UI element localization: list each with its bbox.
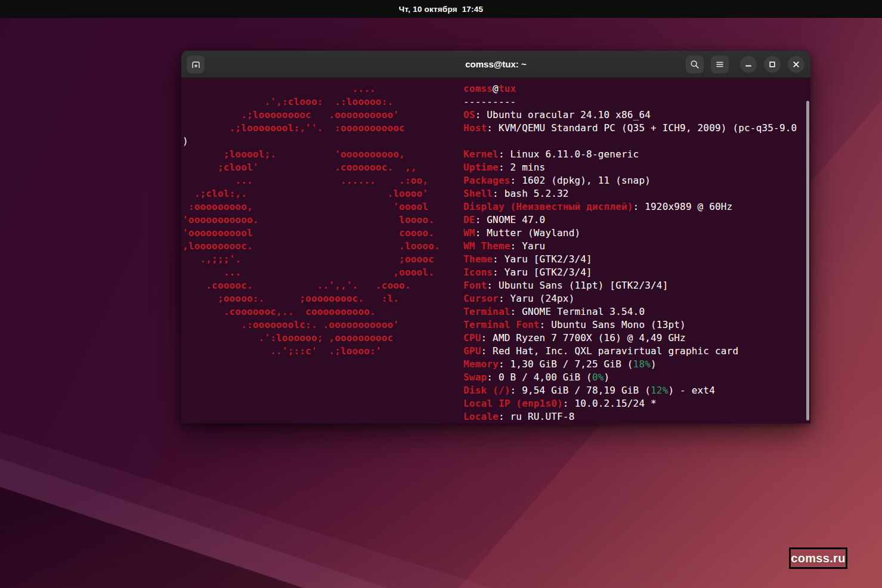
info-line: Terminal: GNOME Terminal 3.54.0 — [463, 305, 797, 318]
titlebar[interactable]: comss@tux: ~ — [181, 51, 810, 78]
info-line: WM: Mutter (Wayland) — [463, 227, 797, 240]
info-line: Host: KVM/QEMU Standard PC (Q35 + ICH9, … — [463, 122, 797, 135]
info-line: Font: Ubuntu Sans (11pt) [GTK2/3/4] — [463, 279, 797, 292]
host-line-wrap: ) — [182, 135, 188, 148]
info-line: Kernel: Linux 6.11.0-8-generic — [463, 148, 797, 161]
new-tab-icon — [191, 60, 201, 70]
terminal-body[interactable]: .... .',:clooo: .:looooo:. .;looooooooc … — [181, 78, 810, 423]
info-line: DE: GNOME 47.0 — [463, 213, 797, 227]
new-tab-button[interactable] — [187, 55, 205, 73]
menu-button[interactable] — [711, 55, 729, 73]
info-line: Uptime: 2 mins — [463, 161, 797, 174]
info-line: Locale: ru RU.UTF-8 — [463, 410, 797, 423]
top-bar: Чт, 10 октября 17:45 — [0, 0, 882, 18]
info-line: comss@tux — [463, 82, 797, 95]
info-line: CPU: AMD Ryzen 7 7700X (16) @ 4,49 GHz — [463, 332, 797, 345]
info-line: Shell: bash 5.2.32 — [463, 187, 797, 200]
close-icon — [792, 60, 800, 69]
watermark-badge: comss.ru — [789, 547, 847, 569]
scrollbar-thumb[interactable] — [806, 101, 809, 420]
minimize-icon — [744, 60, 753, 69]
info-line: Display (Неизвестный дисплей): 1920x989 … — [463, 200, 797, 213]
info-line: Disk (/): 9,54 GiB / 78,19 GiB (12%) - e… — [463, 384, 797, 397]
info-line: OS: Ubuntu oracular 24.10 x86_64 — [463, 109, 797, 122]
info-line: Packages: 1602 (dpkg), 11 (snap) — [463, 174, 797, 187]
info-line — [463, 135, 797, 148]
info-line: WM Theme: Yaru — [463, 240, 797, 253]
clock-date-button[interactable]: Чт, 10 октября 17:45 — [399, 5, 483, 14]
info-line: GPU: Red Hat, Inc. QXL paravirtual graph… — [463, 345, 797, 358]
info-line: Local IP (enp1s0): 10.0.2.15/24 * — [463, 397, 797, 410]
search-button[interactable] — [686, 55, 704, 73]
info-line: Swap: 0 B / 4,00 GiB (0%) — [463, 371, 797, 384]
info-line: Memory: 1,30 GiB / 7,25 GiB (18%) — [463, 358, 797, 371]
info-line: Icons: Yaru [GTK2/3/4] — [463, 266, 797, 279]
info-line: Theme: Yaru [GTK2/3/4] — [463, 253, 797, 266]
info-line: --------- — [463, 95, 797, 109]
hamburger-icon — [715, 60, 725, 69]
search-icon — [690, 60, 700, 69]
terminal-window: comss@tux: ~ — [181, 51, 810, 423]
maximize-button[interactable] — [764, 56, 781, 73]
ubuntu-ascii-logo: .... .',:clooo: .:looooo:. .;looooooooc … — [182, 82, 440, 358]
system-info: comss@tux---------OS: Ubuntu oracular 24… — [463, 82, 797, 423]
info-line: Terminal Font: Ubuntu Sans Mono (13pt) — [463, 318, 797, 332]
minimize-button[interactable] — [740, 56, 757, 73]
maximize-icon — [768, 60, 776, 69]
close-button[interactable] — [788, 56, 804, 73]
info-line: Cursor: Yaru (24px) — [463, 292, 797, 305]
